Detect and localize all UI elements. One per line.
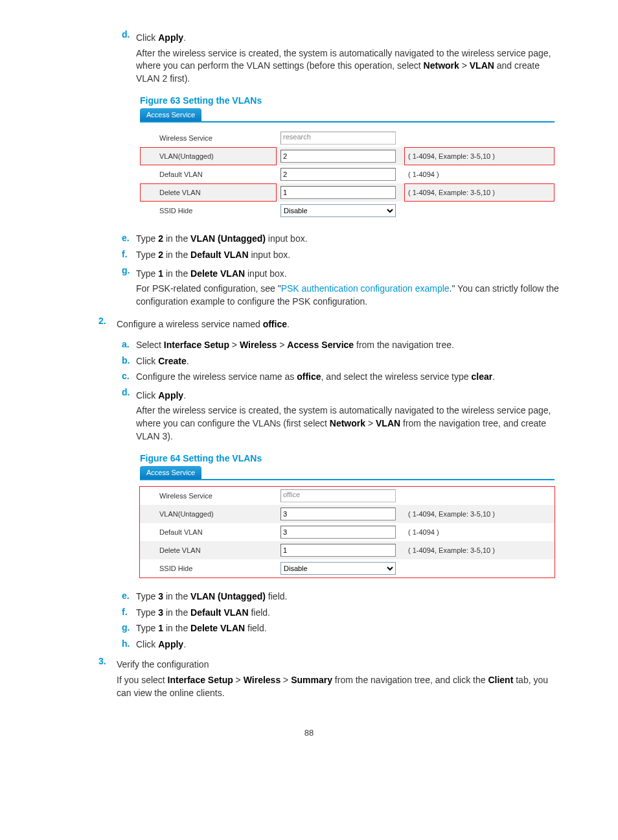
wireless-service-label: Wireless Service [140, 129, 277, 147]
wireless-service-label: Wireless Service [140, 487, 277, 505]
list-marker: d. [122, 29, 136, 88]
figure-63-caption: Figure 63 Setting the VLANs [140, 95, 560, 106]
list-marker: 2. [98, 316, 117, 334]
default-vlan-hint: ( 1-4094 ) [404, 523, 555, 541]
list-marker: b. [122, 355, 136, 368]
delete-vlan-label: Delete VLAN [140, 541, 277, 559]
text: . [183, 32, 186, 43]
figure-63: Access Service Wireless Service research… [140, 108, 555, 220]
default-vlan-input[interactable] [280, 168, 396, 181]
vlan-untagged-label: VLAN(Untagged) [140, 147, 277, 165]
list-marker: e. [122, 233, 136, 246]
list-marker: c. [122, 371, 136, 384]
list-marker: g. [122, 265, 136, 311]
default-vlan-hint: ( 1-4094 ) [404, 165, 555, 183]
step-2d: d. Click Apply. After the wireless servi… [122, 387, 560, 445]
vlan-untagged-input[interactable] [280, 150, 396, 163]
text: > [459, 60, 470, 71]
vlan-untagged-hint: ( 1-4094, Example: 3-5,10 ) [404, 505, 555, 523]
step-1f: f. Type 2 in the Default VLAN input box. [122, 249, 560, 262]
tab-access-service[interactable]: Access Service [140, 108, 201, 121]
step-3-text: Verify the configuration [117, 659, 560, 671]
delete-vlan-hint: ( 1-4094, Example: 3-5,10 ) [404, 183, 555, 202]
step-2g: g. Type 1 in the Delete VLAN field. [122, 622, 560, 635]
document-body: d. Click Apply. After the wireless servi… [117, 29, 560, 702]
step-2a: a. Select Interface Setup > Wireless > A… [122, 339, 560, 352]
step-3: 3. Verify the configuration If you selec… [98, 656, 560, 702]
bold: VLAN [470, 60, 494, 71]
step-2f: f. Type 3 in the Default VLAN field. [122, 607, 560, 620]
figure-64: Access Service Wireless Service office V… [140, 466, 555, 578]
list-marker: h. [122, 638, 136, 651]
text: Click [136, 32, 158, 43]
default-vlan-label: Default VLAN [140, 165, 277, 183]
psk-link[interactable]: PSK authentication configuration example [281, 283, 450, 294]
delete-vlan-input[interactable] [280, 186, 396, 199]
ssid-hide-select[interactable]: Disable [280, 204, 396, 217]
step-2c: c. Configure the wireless service name a… [122, 371, 560, 384]
default-vlan-label: Default VLAN [140, 523, 277, 541]
list-marker: f. [122, 249, 136, 262]
tab-access-service[interactable]: Access Service [140, 466, 201, 479]
list-marker: g. [122, 622, 136, 635]
step-2b: b. Click Create. [122, 355, 560, 368]
delete-vlan-hint: ( 1-4094, Example: 3-5,10 ) [404, 541, 555, 559]
step-1g: g. Type 1 in the Delete VLAN input box. … [122, 265, 560, 311]
step-1e: e. Type 2 in the VLAN (Untagged) input b… [122, 233, 560, 246]
bold: Network [424, 60, 459, 71]
list-marker: 3. [98, 656, 117, 702]
step-2: 2. Configure a wireless service named of… [98, 316, 560, 334]
list-marker: e. [122, 590, 136, 603]
figure-64-caption: Figure 64 Setting the VLANs [140, 453, 560, 463]
default-vlan-input[interactable] [280, 526, 396, 539]
step-1d: d. Click Apply. After the wireless servi… [122, 29, 560, 88]
step-2e: e. Type 3 in the VLAN (Untagged) field. [122, 590, 560, 603]
step-2h: h. Click Apply. [122, 638, 560, 651]
bold: Apply [158, 32, 183, 43]
list-marker: f. [122, 607, 136, 620]
delete-vlan-label: Delete VLAN [140, 183, 277, 202]
list-marker: d. [122, 387, 136, 445]
ssid-hide-label: SSID Hide [140, 202, 277, 220]
vlan-untagged-label: VLAN(Untagged) [140, 505, 277, 523]
list-marker: a. [122, 339, 136, 352]
wireless-service-value: office [280, 489, 396, 502]
delete-vlan-input[interactable] [280, 544, 396, 557]
ssid-hide-select[interactable]: Disable [280, 562, 396, 575]
vlan-untagged-hint: ( 1-4094, Example: 3-5,10 ) [404, 147, 555, 165]
wireless-service-value: research [280, 132, 396, 145]
vlan-untagged-input[interactable] [280, 508, 396, 520]
ssid-hide-label: SSID Hide [140, 559, 277, 578]
page-number: 88 [58, 728, 560, 738]
